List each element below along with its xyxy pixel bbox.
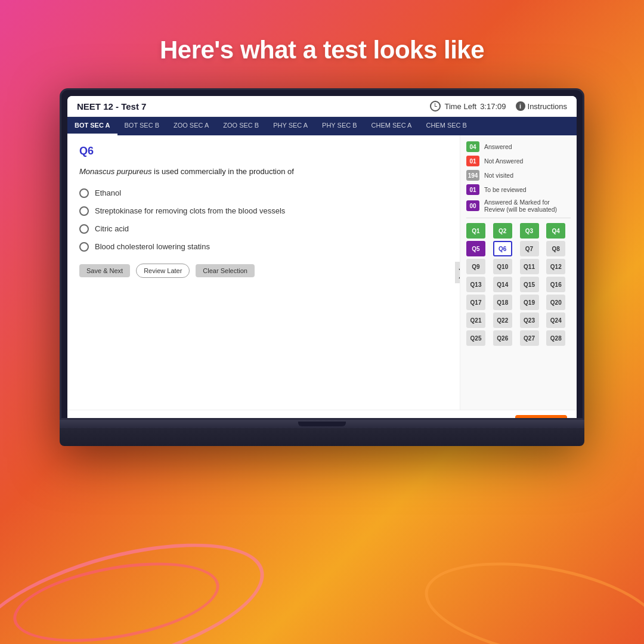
test-header: NEET 12 - Test 7 Time Left 3:17:09 i Ins…: [67, 96, 577, 117]
tab-phy-sec-a[interactable]: PHY SEC A: [266, 117, 315, 135]
radio-a[interactable]: [79, 188, 89, 198]
q-btn-q11[interactable]: Q11: [520, 259, 539, 274]
timer: Time Left 3:17:09: [430, 101, 506, 112]
divider: [466, 218, 571, 218]
legend-not-answered: 01 Not Answered: [466, 156, 571, 166]
legend-to-review: 01 To be reviewed: [466, 184, 571, 195]
instructions-button[interactable]: i Instructions: [516, 101, 567, 111]
instructions-label: Instructions: [528, 102, 567, 111]
legend-answered-label: Answered: [484, 143, 512, 150]
sidebar: 04 Answered 01 Not Answered 194 Not visi…: [460, 135, 577, 410]
question-rest: is used commercially in the production o…: [154, 167, 294, 176]
q-btn-q7[interactable]: Q7: [520, 241, 539, 256]
question-text: Monascus purpureus is used commercially …: [79, 166, 448, 178]
q-btn-q24[interactable]: Q24: [546, 312, 565, 328]
legend-not-visited: 194 Not visited: [466, 170, 571, 181]
legend-answered: 04 Answered: [466, 141, 571, 152]
laptop-bottom: [60, 428, 584, 446]
q-btn-q14[interactable]: Q14: [493, 277, 512, 292]
q-btn-q6[interactable]: Q6: [493, 241, 512, 256]
q-btn-q2[interactable]: Q2: [493, 223, 512, 239]
radio-d[interactable]: [79, 242, 89, 252]
q-btn-q15[interactable]: Q15: [520, 277, 539, 292]
page-headline: Here's what a test looks like: [0, 0, 644, 88]
option-b-text: Streptokinase for removing clots from th…: [95, 206, 285, 215]
question-number: Q6: [79, 145, 448, 157]
review-later-button[interactable]: Review Later: [136, 264, 190, 278]
save-next-button[interactable]: Save & Next: [79, 264, 130, 277]
q-btn-q10[interactable]: Q10: [493, 259, 512, 274]
test-title: NEET 12 - Test 7: [77, 101, 146, 112]
option-c-text: Citric acid: [95, 224, 129, 233]
time-left-value: 3:17:09: [480, 102, 506, 111]
q-btn-q17[interactable]: Q17: [466, 295, 485, 310]
laptop-screen: NEET 12 - Test 7 Time Left 3:17:09 i Ins…: [67, 96, 577, 418]
option-d-text: Blood cholesterol lowering statins: [95, 242, 210, 251]
legend-answered-marked-badge: 00: [466, 200, 479, 211]
question-grid: Q1Q2Q3Q4Q5Q6Q7Q8Q9Q10Q11Q12Q13Q14Q15Q16Q…: [466, 223, 571, 346]
radio-b[interactable]: [79, 206, 89, 216]
legend-not-visited-label: Not visited: [484, 172, 513, 179]
option-c[interactable]: Citric acid: [79, 224, 448, 234]
legend-answered-badge: 04: [466, 141, 479, 152]
laptop-hinge: [60, 420, 584, 428]
question-italic: Monascus purpureus: [79, 167, 151, 176]
legend-not-visited-badge: 194: [466, 170, 479, 181]
tab-bot-sec-b[interactable]: BOT SEC B: [117, 117, 166, 135]
q-btn-q4[interactable]: Q4: [546, 223, 565, 239]
tab-zoo-sec-a[interactable]: ZOO SEC A: [166, 117, 216, 135]
legend-not-answered-label: Not Answered: [484, 157, 523, 165]
q-btn-q23[interactable]: Q23: [520, 312, 539, 328]
q-btn-q21[interactable]: Q21: [466, 312, 485, 328]
legend-to-review-label: To be reviewed: [484, 186, 527, 193]
question-area: ❯ Q6 Monascus purpureus is used commerci…: [67, 135, 460, 410]
q-btn-q8[interactable]: Q8: [546, 241, 565, 256]
option-a-text: Ethanol: [95, 188, 121, 197]
end-test-button[interactable]: END TEST: [515, 415, 567, 418]
tab-bot-sec-a[interactable]: BOT SEC A: [67, 117, 117, 135]
tab-chem-sec-b[interactable]: CHEM SEC B: [419, 117, 473, 135]
time-left-label: Time Left: [444, 102, 476, 111]
action-row: Save & Next Review Later Clear Selection: [79, 264, 448, 278]
q-btn-q27[interactable]: Q27: [520, 330, 539, 346]
option-a[interactable]: Ethanol: [79, 188, 448, 198]
q-btn-q16[interactable]: Q16: [546, 277, 565, 292]
q-btn-q25[interactable]: Q25: [466, 330, 485, 346]
laptop-hinge-notch: [298, 422, 346, 426]
laptop-mockup: NEET 12 - Test 7 Time Left 3:17:09 i Ins…: [60, 88, 584, 446]
tab-phy-sec-b[interactable]: PHY SEC B: [315, 117, 364, 135]
header-right: Time Left 3:17:09 i Instructions: [430, 101, 567, 112]
radio-c[interactable]: [79, 224, 89, 234]
q-btn-q9[interactable]: Q9: [466, 259, 485, 274]
q-btn-q26[interactable]: Q26: [493, 330, 512, 346]
q-btn-q3[interactable]: Q3: [520, 223, 539, 239]
clock-icon: [430, 101, 441, 112]
decorations: [0, 525, 644, 644]
q-btn-q13[interactable]: Q13: [466, 277, 485, 292]
info-icon: i: [516, 101, 525, 111]
q-btn-q22[interactable]: Q22: [493, 312, 512, 328]
tab-bar: BOT SEC ABOT SEC BZOO SEC AZOO SEC BPHY …: [67, 117, 577, 135]
nav-footer: ← Back Next → END TEST: [67, 410, 577, 418]
background: Here's what a test looks like NEET 12 - …: [0, 0, 644, 644]
collapse-arrow[interactable]: ❯: [455, 262, 460, 283]
q-btn-q12[interactable]: Q12: [546, 259, 565, 274]
q-btn-q19[interactable]: Q19: [520, 295, 539, 310]
main-content: ❯ Q6 Monascus purpureus is used commerci…: [67, 135, 577, 410]
q-btn-q28[interactable]: Q28: [546, 330, 565, 346]
q-btn-q20[interactable]: Q20: [546, 295, 565, 310]
legend-answered-marked-label: Answered & Marked for Review (will be ev…: [484, 199, 571, 213]
legend-not-answered-badge: 01: [466, 156, 479, 166]
q-btn-q18[interactable]: Q18: [493, 295, 512, 310]
option-d[interactable]: Blood cholesterol lowering statins: [79, 242, 448, 252]
laptop-screen-wrapper: NEET 12 - Test 7 Time Left 3:17:09 i Ins…: [60, 88, 584, 420]
q-btn-q5[interactable]: Q5: [466, 241, 485, 256]
legend-to-review-badge: 01: [466, 184, 479, 195]
tab-chem-sec-a[interactable]: CHEM SEC A: [364, 117, 419, 135]
tab-zoo-sec-b[interactable]: ZOO SEC B: [216, 117, 266, 135]
clear-selection-button[interactable]: Clear Selection: [196, 264, 255, 277]
option-b[interactable]: Streptokinase for removing clots from th…: [79, 206, 448, 216]
q-btn-q1[interactable]: Q1: [466, 223, 485, 239]
legend-answered-marked: 00 Answered & Marked for Review (will be…: [466, 199, 571, 213]
